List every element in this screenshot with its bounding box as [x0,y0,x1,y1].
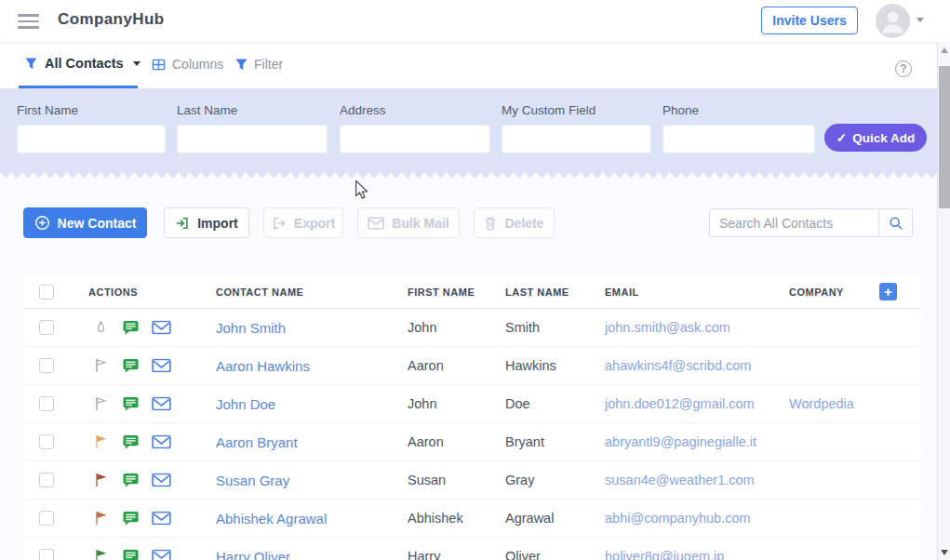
mail-icon[interactable] [152,550,171,560]
avatar-dropdown-caret-icon[interactable] [917,18,924,22]
chat-icon[interactable] [122,473,140,488]
chat-icon[interactable] [122,511,140,527]
last-name-cell: Bryant [505,434,544,449]
contact-name-link[interactable]: Abhishek Agrawal [216,511,327,527]
quick-add-field-label: Address [340,103,386,117]
contacts-rows: John Smith John Smith john.smith@ask.com… [23,309,921,560]
import-label: Import [197,216,238,231]
tab-all-contacts[interactable]: All Contacts [25,56,140,71]
contact-name-link[interactable]: Aaron Bryant [216,434,298,450]
email-link[interactable]: john.doe012@gmail.com [605,396,755,411]
email-link[interactable]: holiver8g@jugem.jp [605,549,724,560]
flame-icon[interactable] [94,320,108,336]
quick-add-button[interactable]: ✓ Quick Add [824,124,927,152]
invite-users-button[interactable]: Invite Users [761,7,858,34]
export-button[interactable]: Export [263,207,343,238]
mail-icon[interactable] [152,321,171,335]
quick-add-field-input[interactable] [17,125,166,153]
email-link[interactable]: susan4e@weather1.com [605,473,755,487]
contact-row: John Smith John Smith john.smith@ask.com [23,309,921,347]
contact-name-link[interactable]: John Smith [216,320,286,336]
contact-row: Aaron Hawkins Aaron Hawkins ahawkins4f@s… [23,347,921,385]
row-checkbox[interactable] [39,549,54,560]
flag-icon[interactable] [94,473,108,488]
mail-icon[interactable] [152,473,171,487]
new-contact-label: New Contact [58,216,137,231]
app-title: CompanyHub [58,10,165,29]
columns-button[interactable]: Columns [152,57,223,72]
flag-icon[interactable] [94,358,108,374]
mail-icon[interactable] [152,397,171,411]
first-name-cell: John [408,320,436,335]
flag-icon[interactable] [94,434,108,450]
filter-funnel-icon [25,58,37,70]
first-name-cell: Aaron [408,434,444,449]
quick-add-field-label: Last Name [177,103,237,117]
row-checkbox[interactable] [39,511,54,526]
export-label: Export [294,216,335,231]
trash-icon [484,216,497,231]
contact-row: Aaron Bryant Aaron Bryant abryantl9@pagi… [23,423,921,461]
select-all-checkbox[interactable] [39,285,54,300]
search-input[interactable] [710,209,878,236]
email-link[interactable]: abryantl9@paginegialle.it [605,434,756,449]
add-column-button[interactable]: + [879,283,897,300]
first-name-cell: Abhishek [408,511,463,526]
quick-add-field-input[interactable] [177,125,328,153]
first-name-cell: Aaron [408,358,444,373]
row-checkbox[interactable] [39,473,54,487]
row-checkbox[interactable] [39,358,54,373]
mail-icon[interactable] [152,435,171,449]
help-icon[interactable]: ? [895,60,912,77]
columns-label: Columns [172,57,223,72]
scrollbar-thumb[interactable] [939,66,950,208]
user-avatar[interactable] [876,4,910,38]
quick-add-field-input[interactable] [662,125,815,153]
search-button[interactable] [878,209,912,236]
hamburger-menu-icon[interactable] [18,14,39,33]
mail-icon[interactable] [152,359,171,373]
chat-icon[interactable] [122,320,140,336]
delete-button[interactable]: Delete [474,207,555,238]
flag-icon[interactable] [94,396,108,412]
import-button[interactable]: Import [164,207,249,238]
quick-add-field-label: First Name [17,103,78,117]
flag-icon[interactable] [94,511,108,527]
chat-icon[interactable] [122,396,140,412]
chat-icon[interactable] [122,358,140,374]
columns-grid-icon [152,58,166,72]
header-company: COMPANY [789,287,844,298]
quick-add-field-input[interactable] [502,125,651,153]
contact-name-link[interactable]: Aaron Hawkins [216,358,310,374]
header-first-name: FIRST NAME [408,287,475,298]
quick-add-field-input[interactable] [340,125,490,153]
main-content: New Contact Import Export Bulk Mail [0,172,937,560]
bulk-mail-button[interactable]: Bulk Mail [357,207,460,238]
email-link[interactable]: abhi@companyhub.com [605,511,751,526]
top-bar: CompanyHub Invite Users [0,0,950,42]
contact-name-link[interactable]: Susan Gray [216,473,289,488]
row-checkbox[interactable] [39,396,54,411]
header-last-name: LAST NAME [505,287,569,298]
quick-add-field-label: Phone [662,103,699,117]
new-contact-button[interactable]: New Contact [23,207,147,238]
contact-name-link[interactable]: John Doe [216,396,275,412]
chat-icon[interactable] [122,434,140,450]
scrollbar-up-arrow-icon[interactable] [941,47,948,53]
chat-icon[interactable] [122,549,140,560]
delete-label: Delete [504,216,543,231]
bulk-mail-envelope-icon [368,217,384,230]
mail-icon[interactable] [152,512,171,526]
email-link[interactable]: ahawkins4f@scribd.com [605,358,751,373]
contact-row: Harry Oliver Harry Oliver holiver8g@juge… [23,538,921,560]
search-icon [889,216,903,231]
row-checkbox[interactable] [39,320,54,335]
scrollbar-down-arrow-icon[interactable] [941,550,948,555]
company-cell[interactable]: Wordpedia [789,396,854,411]
email-link[interactable]: john.smith@ask.com [605,320,730,335]
header-contact-name: CONTACT NAME [216,287,303,298]
contact-name-link[interactable]: Harry Oliver [216,549,290,560]
row-checkbox[interactable] [39,434,54,449]
flag-icon[interactable] [94,549,108,560]
filter-button[interactable]: Filter [235,57,283,72]
